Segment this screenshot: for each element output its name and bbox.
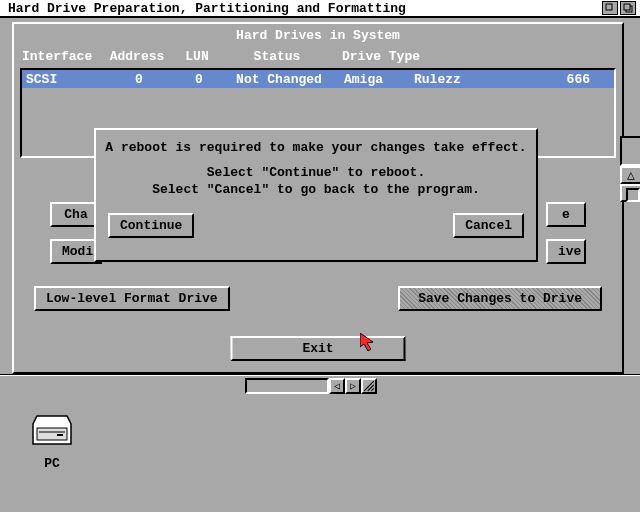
svg-rect-7: [57, 434, 63, 436]
size-gadget-icon[interactable]: [361, 378, 377, 394]
continue-button[interactable]: Continue: [108, 213, 194, 238]
dialog-line1: A reboot is required to make your change…: [104, 140, 528, 157]
save-changes-button[interactable]: Save Changes to Drive: [398, 286, 602, 311]
row-status: Not Changed: [224, 72, 334, 87]
scroll-track[interactable]: [620, 136, 640, 166]
row-lun: 0: [174, 72, 224, 87]
col-lun: LUN: [172, 49, 222, 64]
dialog-line3: Select "Cancel" to go back to the progra…: [104, 182, 528, 199]
svg-rect-0: [606, 4, 612, 10]
col-address: Address: [102, 49, 172, 64]
cancel-button[interactable]: Cancel: [453, 213, 524, 238]
pc-icon-label: PC: [28, 456, 76, 471]
hscroll-track[interactable]: [245, 378, 329, 394]
horizontal-scrollbar[interactable]: ◁ ▷: [245, 378, 377, 394]
row-num: 666: [524, 72, 610, 87]
col-interface: Interface: [22, 49, 102, 64]
col-drivetype: Drive Type: [332, 49, 614, 64]
mouse-pointer-icon: [360, 333, 382, 359]
right-button-2[interactable]: ive: [546, 239, 586, 264]
list-heading: Hard Drives in System: [14, 24, 622, 47]
hscroll-left-icon[interactable]: ◁: [329, 378, 345, 394]
row-interface: SCSI: [26, 72, 104, 87]
col-status: Status: [222, 49, 332, 64]
drive-row[interactable]: SCSI 0 0 Not Changed Amiga Rulezz 666: [22, 70, 614, 88]
right-button-1[interactable]: e: [546, 202, 586, 227]
disk-drive-icon: [28, 408, 76, 452]
dialog-line2: Select "Continue" to reboot.: [104, 165, 528, 182]
window-bottom-border: [0, 374, 640, 376]
window-titlebar[interactable]: Hard Drive Preparation, Partitioning and…: [0, 0, 640, 18]
row-address: 0: [104, 72, 174, 87]
svg-rect-2: [624, 4, 630, 10]
pc-disk-icon[interactable]: PC: [28, 408, 76, 471]
scroll-up-icon[interactable]: △: [620, 166, 640, 184]
column-headers: Interface Address LUN Status Drive Type: [14, 47, 622, 66]
svg-marker-3: [360, 333, 373, 351]
low-level-format-button[interactable]: Low-level Format Drive: [34, 286, 230, 311]
reboot-dialog: A reboot is required to make your change…: [94, 128, 538, 262]
screen-depth-gadget-icon[interactable]: [626, 188, 640, 202]
window-title: Hard Drive Preparation, Partitioning and…: [8, 1, 406, 16]
row-type2: Rulezz: [414, 72, 524, 87]
hscroll-right-icon[interactable]: ▷: [345, 378, 361, 394]
depth-gadget-back-icon[interactable]: [602, 1, 618, 15]
row-type1: Amiga: [334, 72, 414, 87]
depth-gadget-front-icon[interactable]: [620, 1, 636, 15]
